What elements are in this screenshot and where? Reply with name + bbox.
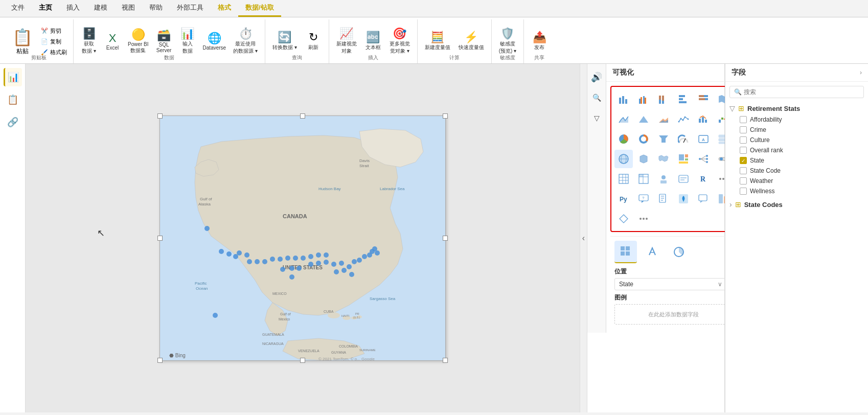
new-visual-button[interactable]: 📈 新建视觉对象 (333, 26, 360, 57)
resize-handle-tl[interactable] (157, 113, 163, 119)
line-bar-icon[interactable] (694, 110, 713, 128)
location-field[interactable]: State ∨ × (614, 278, 733, 290)
tab-external[interactable]: 外部工具 (170, 0, 211, 17)
report-view-icon[interactable]: 📊 (4, 68, 22, 86)
resize-handle-br[interactable] (443, 358, 448, 363)
field-group-header-state-codes[interactable]: › ⊞ State Codes (729, 198, 864, 211)
area-chart-icon[interactable] (614, 110, 633, 128)
funnel-icon[interactable] (654, 130, 673, 148)
pie-chart-icon[interactable] (614, 130, 633, 148)
card-icon[interactable]: A (694, 130, 713, 148)
svg-point-91 (678, 121, 680, 123)
resize-handle-tr[interactable] (443, 113, 448, 119)
input-data-button[interactable]: 📊 输入数据 (176, 26, 199, 57)
gauge-icon[interactable] (674, 130, 693, 148)
refresh-button[interactable]: ↻ 刷新 (302, 30, 325, 53)
stacked-bar-icon[interactable] (614, 90, 633, 108)
format-tab-icon[interactable] (641, 241, 664, 263)
more-visual-button[interactable]: 🎯 更多视觉觉对象 ▾ (386, 26, 413, 57)
stacked-bar-h-icon[interactable] (694, 90, 713, 108)
model-view-icon[interactable]: 🔗 (4, 113, 22, 131)
powerbi-dataset-button[interactable]: 🟡 Power BI数据集 (125, 27, 152, 56)
map-container[interactable]: State ▽ ⛶ ··· (159, 116, 446, 361)
build-visual-icon[interactable]: 🔊 (587, 68, 606, 86)
chat-visual-icon[interactable] (694, 190, 713, 208)
donut-icon[interactable] (634, 130, 653, 148)
tab-file[interactable]: 文件 (4, 0, 32, 17)
dataverse-button[interactable]: 🌐 Dataverse (200, 31, 230, 53)
more-icons[interactable] (634, 210, 653, 228)
transform-data-button[interactable]: 🔄 转换数据 ▾ (269, 30, 300, 53)
resize-handle-tm[interactable] (300, 113, 305, 119)
collapse-arrow-icon[interactable]: ‹ (580, 232, 587, 245)
tab-insert[interactable]: 插入 (59, 0, 87, 17)
filled-map-icon[interactable] (634, 150, 653, 168)
treemap-icon[interactable] (674, 150, 693, 168)
svg-text:(U.S.): (U.S.) (353, 316, 360, 319)
r-visual-icon[interactable]: R (694, 170, 713, 188)
matrix-icon[interactable] (634, 170, 653, 188)
key-influencers-icon[interactable] (654, 170, 673, 188)
py-visual-icon[interactable]: Py (614, 190, 633, 208)
table-icon[interactable] (614, 170, 633, 188)
resize-handle-ml[interactable] (157, 236, 163, 241)
copy-button[interactable]: 📄复制 (39, 37, 69, 47)
weather-checkbox[interactable] (740, 177, 747, 185)
canvas-area[interactable]: State ▽ ⛶ ··· (26, 64, 580, 412)
cut-button[interactable]: ✂️剪切 (39, 26, 69, 36)
paste-button[interactable]: 📋 粘贴 (8, 26, 37, 58)
azure-map-icon[interactable] (674, 190, 693, 208)
line-chart-icon[interactable] (674, 110, 693, 128)
clustered-bar-icon[interactable] (634, 90, 653, 108)
culture-checkbox[interactable] (740, 136, 747, 144)
state-code-checkbox[interactable] (740, 167, 747, 174)
new-measure-button[interactable]: 🧮 新建度量值 (422, 30, 453, 53)
tab-format[interactable]: 格式 (211, 0, 238, 17)
field-group-header-retirement[interactable]: ▽ ⊞ Retirement Stats (729, 102, 864, 114)
crime-checkbox[interactable] (740, 126, 747, 133)
horizontal-bar-icon[interactable] (674, 90, 693, 108)
map-icon[interactable] (614, 150, 633, 168)
qa-visual-icon[interactable]: ? (634, 190, 653, 208)
fields-tab-icon[interactable] (614, 241, 637, 263)
publish-button[interactable]: 📤 发布 (528, 30, 551, 53)
svg-text:Py: Py (620, 196, 627, 203)
tab-data[interactable]: 数据/钻取 (238, 0, 281, 17)
shape-map-icon[interactable] (654, 150, 673, 168)
build-filter-icon[interactable]: ▽ (587, 109, 606, 127)
state-checkbox[interactable]: ✓ (740, 157, 747, 164)
mountain-area-icon[interactable] (634, 110, 653, 128)
table-view-icon[interactable]: 📋 (4, 90, 22, 109)
text-box-button[interactable]: 🔤 文本框 (362, 30, 384, 53)
location-chevron-icon[interactable]: ∨ (718, 281, 722, 288)
quick-measure-button[interactable]: ⚡ 快速度量值 (455, 30, 487, 53)
tab-home[interactable]: 主页 (32, 0, 59, 17)
resize-handle-bl[interactable] (157, 358, 163, 363)
overall-rank-checkbox[interactable] (740, 147, 747, 154)
fields-search-box[interactable]: 🔍 (729, 86, 864, 98)
fields-expand-arrow[interactable]: › (860, 69, 862, 76)
analytics-tab-icon[interactable] (668, 241, 690, 263)
recent-sources-button[interactable]: ⏱️ 最近使用的数据源 ▾ (230, 26, 261, 57)
sensitivity-button[interactable]: 🛡️ 敏感度(预览) ▾ (496, 26, 519, 57)
fields-search-input[interactable] (744, 88, 859, 96)
get-data-button[interactable]: 🗄️ 获取数据 ▾ (78, 26, 100, 57)
build-search-icon[interactable]: 🔍 (587, 88, 606, 107)
tab-view[interactable]: 视图 (115, 0, 142, 17)
stacked-area-icon[interactable] (654, 110, 673, 128)
excel-button[interactable]: X Excel (101, 31, 124, 53)
paginated-report-icon[interactable] (654, 190, 673, 208)
wellness-checkbox[interactable] (740, 188, 747, 195)
legend-placeholder[interactable]: 在此处添加数据字段 (614, 304, 733, 325)
resize-handle-mr[interactable] (443, 236, 448, 241)
collapse-panel-button[interactable]: ‹ (580, 64, 587, 412)
resize-handle-bm[interactable] (300, 358, 305, 363)
tab-help[interactable]: 帮助 (142, 0, 170, 17)
smart-narrative-icon[interactable] (674, 170, 693, 188)
sql-button[interactable]: 🗃️ SQLServer (153, 28, 175, 55)
stacked-bar-100-icon[interactable] (654, 90, 673, 108)
tab-model[interactable]: 建模 (87, 0, 115, 17)
affordability-checkbox[interactable] (740, 116, 747, 123)
decomp-tree-icon[interactable] (694, 150, 713, 168)
diamond-icon[interactable] (614, 210, 633, 228)
